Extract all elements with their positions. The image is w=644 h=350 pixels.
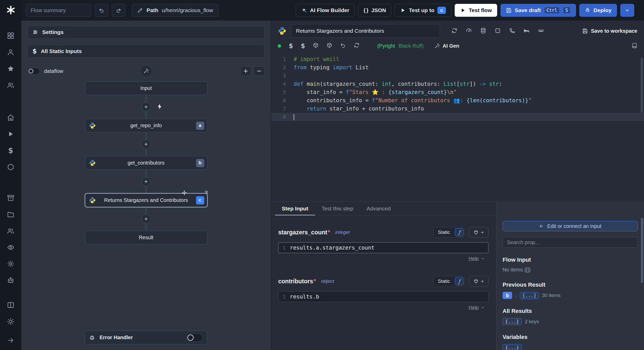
ai-flow-builder-button[interactable]: AI Flow Builder	[296, 4, 355, 17]
tab-advanced[interactable]: Advanced	[360, 202, 397, 215]
concurrency-gauge-button[interactable]	[466, 28, 472, 35]
vars-dollar-button[interactable]: $	[289, 42, 293, 49]
path-editor[interactable]: Path u/henri/gracious_flow	[132, 4, 218, 17]
node-returns-stargazers-selected[interactable]: Returns Stargazers and Contributors c	[85, 193, 207, 207]
dataflow-toggle[interactable]	[28, 68, 40, 74]
eye-icon[interactable]	[6, 243, 15, 252]
code-line-6[interactable]: 6 contributors_info = f"Number of contri…	[271, 96, 644, 105]
collapsed-object-badge[interactable]: {...}	[503, 344, 522, 350]
code-line-7[interactable]: 7 return star_info + contributors_info	[271, 105, 644, 113]
windmill-logo-icon[interactable]	[6, 5, 16, 15]
delete-node-icon[interactable]	[204, 190, 209, 195]
code-line-2[interactable]: 2from typing import List	[271, 63, 644, 72]
user-icon[interactable]	[6, 47, 15, 57]
mock-voicemail-button[interactable]	[538, 28, 544, 35]
expression-input-stargazers[interactable]: 1 results.a.stargazers_count	[278, 242, 488, 253]
step-title-input[interactable]	[291, 24, 440, 38]
ai-wand-button[interactable]	[140, 65, 152, 77]
save-to-workspace-button[interactable]: Save to workspace	[582, 28, 637, 34]
tab-step-input[interactable]: Step Input	[275, 202, 315, 215]
code-line-3[interactable]: 3	[271, 72, 644, 80]
trigger-bolt-button[interactable]	[156, 103, 163, 111]
expand-sidebar-icon[interactable]	[6, 336, 15, 345]
node-get-contributors[interactable]: get_contributors b	[85, 156, 207, 170]
resources-dollar-button[interactable]: $	[301, 42, 305, 49]
ai-gen-button[interactable]: AI Gen	[434, 43, 459, 49]
early-stop-button[interactable]	[495, 28, 501, 35]
move-node-icon[interactable]	[182, 190, 187, 195]
collapsed-array-badge[interactable]: [...]	[520, 292, 539, 299]
cache-cycle-button[interactable]	[451, 28, 457, 35]
library-book-button[interactable]	[632, 43, 637, 49]
expression-mode-button[interactable]: ƒ	[455, 277, 464, 285]
code-line-1[interactable]: 1# import wmill	[271, 55, 644, 63]
code-line-5[interactable]: 5 star_info = f"Stars ⭐ : {stargazers_co…	[271, 88, 644, 96]
collapsed-object-badge[interactable]: {...}	[503, 318, 522, 325]
node-get-repo-info[interactable]: get_repo_info a	[85, 119, 207, 132]
json-button[interactable]: { } JSON	[358, 4, 391, 17]
sleep-bed-button[interactable]	[523, 28, 530, 35]
expression-input-contributors[interactable]: 1 results.b	[278, 291, 488, 302]
insert-step-button[interactable]	[142, 140, 150, 149]
zoom-in-button[interactable]	[240, 66, 251, 76]
result-key-badge[interactable]: b	[503, 292, 512, 299]
test-up-to-button[interactable]: Test up to c	[395, 4, 451, 17]
insert-step-button[interactable]	[142, 215, 150, 223]
users2-icon[interactable]	[6, 226, 15, 235]
insert-step-button[interactable]	[142, 177, 150, 186]
static-mode-button[interactable]: Static	[434, 276, 454, 286]
connect-input-button[interactable]	[469, 227, 488, 238]
node-result[interactable]: Result	[85, 231, 207, 244]
editor-scrollbar[interactable]	[641, 58, 643, 113]
test-flow-button[interactable]: Test flow	[455, 4, 497, 17]
package-button[interactable]	[313, 42, 319, 50]
code-editor[interactable]: 1# import wmill2from typing import List3…	[271, 55, 644, 121]
cache-db-button[interactable]	[480, 28, 486, 35]
users-icon[interactable]	[6, 80, 15, 90]
insert-step-button[interactable]	[142, 103, 150, 111]
package-button-2[interactable]	[326, 42, 332, 50]
code-line-8[interactable]: 8	[271, 113, 644, 121]
flow-settings-button[interactable]: Settings	[28, 26, 265, 39]
bot-icon[interactable]	[6, 276, 15, 285]
edit-or-connect-button[interactable]: Edit or connect an input	[503, 221, 638, 231]
help-link[interactable]: Help	[469, 305, 479, 310]
node-input[interactable]: Input	[85, 81, 207, 95]
gear-icon[interactable]	[6, 259, 15, 268]
deploy-button[interactable]: Deploy	[579, 4, 617, 17]
sun-icon[interactable]	[6, 317, 15, 326]
chevron-down-icon[interactable]	[481, 305, 485, 310]
tab-test-this-step[interactable]: Test this step	[315, 202, 360, 215]
chevron-down-icon[interactable]	[481, 257, 485, 261]
folder-icon[interactable]	[6, 210, 15, 219]
save-draft-button[interactable]: Save draft Ctrl S	[501, 4, 576, 17]
zoom-out-button[interactable]	[254, 66, 265, 76]
code-assistants-status[interactable]: (Pyright Black Ruff)	[377, 43, 423, 49]
undo-icon	[340, 42, 346, 48]
props-scrollbar[interactable]	[641, 218, 643, 283]
help-link[interactable]: Help	[469, 256, 479, 261]
search-prop-input[interactable]	[503, 237, 638, 248]
reset-button[interactable]	[340, 42, 346, 50]
play-icon[interactable]	[6, 129, 15, 139]
columns-icon[interactable]	[6, 300, 15, 310]
flow-summary-input[interactable]	[26, 4, 91, 17]
redo-button[interactable]	[112, 4, 125, 17]
code-line-4[interactable]: 4def main(stargazers_count: int, contrib…	[271, 80, 644, 88]
dollar-icon[interactable]: $	[6, 146, 15, 155]
reload-button[interactable]	[354, 42, 360, 50]
static-mode-button[interactable]: Static	[434, 227, 454, 237]
archive-icon[interactable]	[6, 193, 15, 202]
grid-icon[interactable]	[6, 31, 15, 40]
error-handler-toggle[interactable]	[187, 334, 203, 342]
connect-input-button[interactable]	[469, 276, 488, 287]
home-icon[interactable]	[6, 113, 15, 122]
hexagon-icon[interactable]	[6, 162, 15, 172]
suspend-phone-button[interactable]	[509, 28, 515, 35]
all-static-inputs-button[interactable]: $ All Static Inputs	[28, 45, 265, 58]
expression-mode-button[interactable]: ƒ	[455, 228, 464, 236]
star-icon[interactable]	[6, 64, 15, 73]
undo-button[interactable]	[95, 4, 108, 17]
error-handler-row[interactable]: Error Handler	[85, 331, 207, 344]
deploy-dropdown-button[interactable]	[620, 4, 634, 17]
